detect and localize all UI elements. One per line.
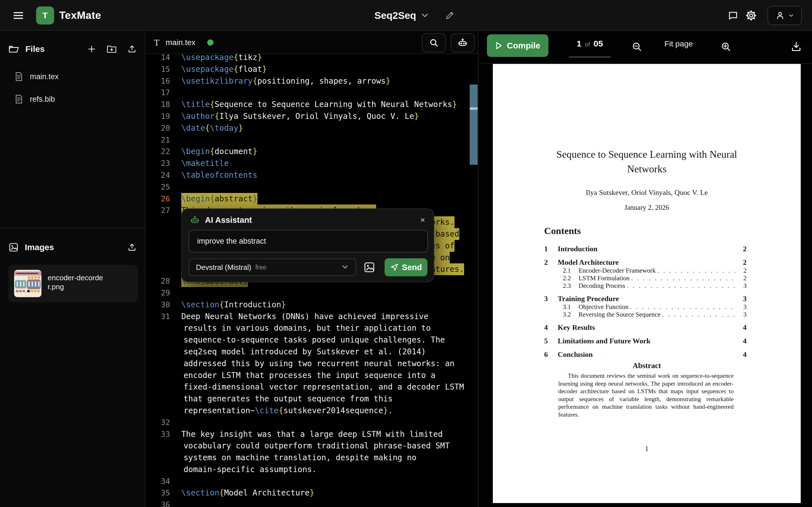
upload-file-button[interactable] [128,45,137,54]
menu-button[interactable] [8,6,28,25]
code-row[interactable]: that generates the output sequence from … [146,393,478,405]
image-icon [8,242,18,252]
line-number [146,464,170,475]
line-number: 35 [146,487,170,499]
download-pdf-button[interactable] [788,38,805,55]
tab-filename[interactable]: main.tex [166,38,196,47]
line-number: 26 [146,193,170,205]
current-page: 1 [576,39,581,48]
editor-scrollbar-thumb[interactable] [470,84,477,165]
code-row[interactable]: 24\tableofcontents [146,169,478,181]
code-row[interactable]: 35\section{Model Architecture} [146,487,478,499]
gear-icon [745,10,757,21]
chevron-down-icon[interactable] [421,13,429,18]
send-button[interactable]: Send [385,258,427,276]
new-folder-button[interactable] [107,45,117,53]
close-icon[interactable]: × [420,216,425,224]
code-row[interactable]: fixed-dimensional vector representation,… [146,381,478,393]
toc-dot-leader: . . . . . . . . . . . . . . . . . . . . … [658,267,735,274]
toc-label: Key Results [558,323,595,332]
line-number [146,322,170,334]
line-number: 19 [146,110,170,122]
toc-label: Training Procedure [558,295,619,303]
file-item[interactable]: refs.bib [0,88,145,110]
code-line: \author{Ilya Sutskever, Oriol Vinyals, Q… [181,110,419,122]
new-file-button[interactable] [87,45,96,53]
code-row[interactable]: 31Deep Neural Networks (DNNs) have achie… [146,311,478,323]
project-name[interactable]: Seq2Seq [374,10,416,21]
code-row[interactable]: 21 [146,134,478,146]
code-line: \maketitle [181,158,229,169]
page-indicator[interactable]: 1 of 05 [569,39,611,48]
code-line: \section{Introduction} [181,299,286,311]
search-button[interactable] [422,33,446,52]
toc-label: Objective Function [578,303,628,311]
code-row[interactable]: 20\date{\today} [146,122,478,134]
code-row[interactable]: sequence-to-sequence tasks posed unique … [146,334,478,346]
edit-pencil-icon[interactable] [445,11,455,20]
code-row[interactable]: systems on machine translation, despite … [146,452,478,464]
code-row[interactable]: results in various domains, but their ap… [146,322,478,334]
toc-label: LSTM Formulation [578,274,629,282]
file-item[interactable]: main.tex [0,65,145,88]
fit-page-button[interactable]: Fit page [656,40,701,48]
code-line: \date{\today} [181,122,243,134]
feedback-button[interactable] [724,6,742,24]
code-row[interactable]: 25 [146,181,478,193]
code-row[interactable]: 18\title{Sequence to Sequence Learning w… [146,99,478,110]
attach-image-button[interactable] [362,261,376,274]
code-row[interactable]: 17 [146,87,478,99]
ai-assistant-button[interactable] [451,33,475,52]
code-row[interactable]: seq2seq model introduced by Sutskever et… [146,346,478,358]
toc-page-number: 3 [737,311,747,318]
toc-page-number: 3 [737,303,747,311]
zoom-in-button[interactable] [718,38,734,55]
contents-heading: Contents [544,226,581,236]
code-row[interactable]: 22\begin{document} [146,146,478,158]
code-row[interactable]: 19\author{Ilya Sutskever, Oriol Vinyals,… [146,110,478,122]
toc-page-number: 2 [737,267,747,274]
zoom-out-button[interactable] [628,38,645,55]
code-row[interactable]: representation~\cite{sutskever2014sequen… [146,405,478,416]
code-row[interactable]: 15\usepackage{float} [146,63,478,75]
image-icon [363,262,375,273]
code-line: systems on machine translation, despite … [181,452,416,464]
line-number: 21 [146,134,170,146]
code-row[interactable]: encoder LSTM that processes the input se… [146,370,478,381]
images-title: Images [25,242,54,252]
app-logo: T [36,6,54,24]
compile-button[interactable]: Compile [487,34,548,57]
code-row[interactable]: 26\begin{abstract} [146,193,478,205]
upload-image-button[interactable] [128,243,137,252]
code-row[interactable]: 33The key insight was that a large deep … [146,429,478,440]
line-number: 16 [146,75,170,87]
line-number: 31 [146,311,170,323]
code-row[interactable]: 34 [146,475,478,487]
settings-button[interactable] [742,6,760,24]
table-of-contents: 1Introduction22Model Architecture22.1Enc… [544,245,747,359]
assistant-prompt-input[interactable] [189,230,428,252]
document-title-line-1: Sequence to Sequence Learning with Neura… [493,149,801,160]
toc-page-number: 3 [737,295,747,303]
code-row[interactable]: 36 [146,499,478,507]
code-row[interactable]: 29 [146,287,478,299]
toc-label: Reversing the Source Sequence [578,311,661,318]
image-item[interactable]: encoder-decorder.png [8,265,138,302]
total-pages: 05 [594,39,603,48]
toc-row: 5Limitations and Future Work4 [544,337,747,345]
ai-assistant-popup: AI Assistant × Devstral (Mistral) free S… [181,209,434,282]
code-row[interactable]: 23\maketitle [146,158,478,169]
toc-number: 6 [544,350,558,359]
code-row[interactable]: 30\section{Introduction} [146,299,478,311]
code-row[interactable]: 16\usetikzlibrary{positioning, shapes, a… [146,75,478,87]
line-number: 15 [146,63,170,75]
code-row[interactable]: vocabulary could outperform traditional … [146,440,478,452]
line-number: 32 [146,416,170,429]
toc-row: 2Model Architecture2 [544,258,747,267]
code-row[interactable]: 32 [146,416,478,429]
model-select[interactable]: Devstral (Mistral) free [189,259,356,276]
account-menu-button[interactable] [767,6,802,25]
code-row[interactable]: addressed this by using two recurrent ne… [146,358,478,370]
code-row[interactable]: domain-specific assumptions. [146,464,478,475]
app-title: TexMate [59,10,101,21]
